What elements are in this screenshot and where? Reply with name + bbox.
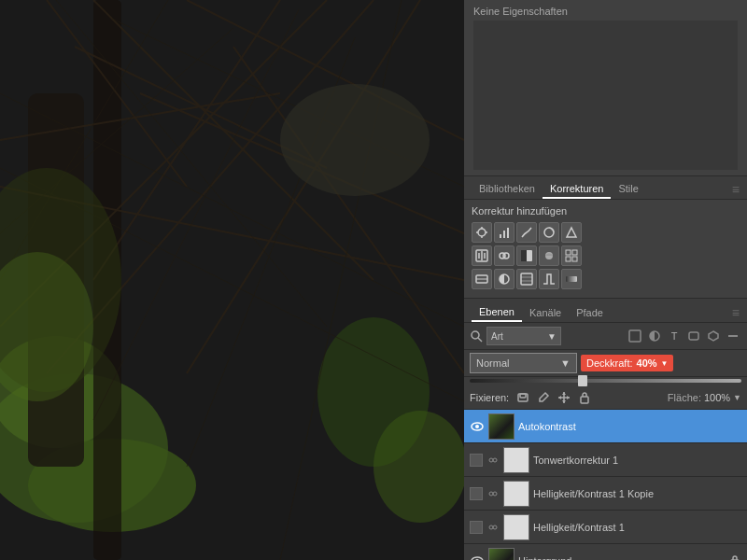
correction-brightness-contrast[interactable] [472,222,492,243]
correction-hue-saturation[interactable] [472,245,492,266]
layer-item-helligkeit[interactable]: Helligkeit/Kontrast 1 [464,511,747,544]
fill-section: Fläche: 100% ▼ [668,392,741,403]
svg-point-31 [280,84,430,196]
svg-rect-52 [572,250,577,255]
svg-point-80 [489,458,493,462]
correction-photo-filter[interactable] [539,245,559,266]
correction-color-lookup[interactable] [472,269,492,289]
tab-korrekturen[interactable]: Korrekturen [543,180,611,199]
svg-rect-51 [566,250,571,255]
lock-brush-icon[interactable] [535,389,552,406]
layer-icon-shape[interactable] [685,328,702,344]
svg-rect-70 [520,394,526,398]
blend-mode-arrow: ▼ [560,357,571,369]
layer-type-toolbar: Art ▼ T [464,323,747,350]
properties-title: Keine Eigenschaften [473,6,738,17]
tab-kanaele[interactable]: Kanäle [522,304,569,321]
lock-icons [514,389,593,406]
correction-channel-mixer[interactable] [561,245,582,266]
layers-menu-icon[interactable]: ≡ [732,305,740,320]
svg-point-32 [478,229,486,236]
layer-name-4: Helligkeit/Kontrast 1 [533,522,741,533]
properties-content [473,21,738,170]
svg-marker-74 [562,400,566,403]
layer-name-2: Tonwertkorrektur 1 [533,455,741,466]
correction-levels[interactable] [494,222,514,243]
tab-stile[interactable]: Stile [611,180,645,199]
layer-link-2 [486,454,500,467]
panel-tabs: Bibliotheken Korrekturen Stile ≡ [464,176,747,200]
layer-name-1: Autokontrast [518,421,741,432]
layer-checkbox-4[interactable] [470,521,483,534]
layer-checkbox-2[interactable] [470,454,483,467]
svg-line-63 [478,338,482,342]
layer-thumb-1 [488,413,514,440]
layer-icon-more[interactable] [725,328,741,344]
fill-arrow[interactable]: ▼ [733,393,741,402]
tab-pfade[interactable]: Pfade [569,304,611,321]
canvas-area [0,0,464,560]
svg-point-79 [475,425,479,428]
layer-icon-pixel[interactable] [627,328,643,344]
layer-item-tonwert[interactable]: Tonwertkorrektur 1 [464,443,747,477]
layer-type-select[interactable]: Art ▼ [486,327,561,345]
corrections-row-1 [472,222,740,243]
correction-posterize[interactable] [516,269,537,289]
svg-point-86 [493,525,497,529]
correction-curves[interactable] [516,222,537,243]
svg-marker-67 [709,331,718,341]
layer-thumb-3 [503,481,529,507]
opacity-value: 40% [637,357,657,369]
panel-menu-icon[interactable]: ≡ [732,182,740,197]
svg-point-84 [493,492,497,496]
opacity-slider-thumb[interactable] [578,375,587,386]
blend-mode-select[interactable]: Normal ▼ [470,353,577,373]
corrections-row-2 [472,245,740,266]
lock-move-icon[interactable] [556,389,572,406]
lock-pixel-icon[interactable] [514,389,531,406]
layer-item-hintergrund[interactable]: Hintergrund [464,544,747,560]
svg-point-47 [503,253,509,259]
blend-opacity-row: Normal ▼ Deckkraft: 40% ▼ [464,350,747,377]
correction-black-white[interactable] [516,245,537,266]
layer-link-4 [486,521,500,534]
properties-section: Keine Eigenschaften [464,0,747,176]
opacity-slider-track[interactable] [470,379,741,383]
correction-exposure[interactable] [539,222,559,243]
opacity-dropdown-icon: ▼ [661,359,669,368]
correction-threshold[interactable] [539,269,559,289]
svg-rect-77 [581,397,588,403]
tab-bibliotheken[interactable]: Bibliotheken [472,180,543,199]
layer-icon-smart[interactable] [705,328,722,344]
layer-item-helligkeit-kopie[interactable]: Helligkeit/Kontrast 1 Kopie [464,477,747,511]
layers-list: Autokontrast Tonwertkorrektur 1 [464,410,747,560]
svg-point-5 [374,411,464,523]
opacity-control[interactable]: Deckkraft: 40% ▼ [581,355,673,371]
svg-rect-64 [629,330,641,342]
svg-rect-61 [566,276,577,282]
blend-mode-value: Normal [476,357,509,369]
svg-point-81 [493,458,497,462]
right-panel: Keine Eigenschaften Bibliotheken Korrekt… [464,0,747,560]
correction-invert[interactable] [494,269,514,289]
layer-thumb-5 [488,548,514,561]
layer-visibility-5[interactable] [470,553,485,561]
svg-point-62 [472,331,479,339]
layer-thumb-2 [503,447,529,473]
layer-link-3 [486,487,500,500]
correction-gradient-map[interactable] [561,269,582,289]
tab-ebenen[interactable]: Ebenen [472,303,522,322]
corrections-row-3 [472,269,740,289]
lock-all-icon[interactable] [576,389,593,406]
correction-color-balance[interactable] [494,245,514,266]
correction-vibrance[interactable] [561,222,582,243]
corrections-title: Korrektur hinzufügen [472,205,740,217]
layer-item-autokontrast[interactable]: Autokontrast [464,410,747,443]
svg-rect-38 [503,231,505,238]
layer-icon-adjustment[interactable] [646,328,663,344]
opacity-label: Deckkraft: [586,357,633,369]
layer-icon-type[interactable]: T [666,328,683,344]
layer-checkbox-3[interactable] [470,487,483,500]
svg-marker-76 [567,396,570,399]
layer-visibility-1[interactable] [470,419,485,434]
